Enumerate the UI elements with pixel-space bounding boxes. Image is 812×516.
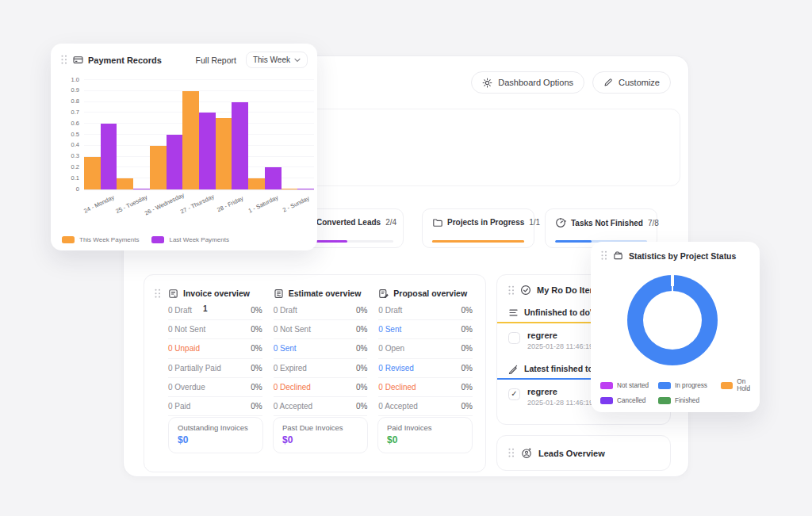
legend-swatch xyxy=(658,397,671,404)
stat-progress-fill xyxy=(432,240,524,243)
overview-row-label: 0 Draft xyxy=(274,306,297,315)
overview-column-proposal: Proposal overview0 Draft0%0 Sent0%0 Open… xyxy=(378,285,473,416)
overview-column-header: Invoice overview xyxy=(168,285,262,301)
customize-label: Customize xyxy=(619,78,660,87)
estimate-icon xyxy=(274,289,284,299)
chart-y-axis: 00.10.20.30.40.50.60.70.80.91.0 xyxy=(57,80,79,189)
bar xyxy=(265,167,282,189)
bar xyxy=(133,189,150,190)
overview-row-value: 0% xyxy=(462,402,473,411)
drag-handle-icon[interactable] xyxy=(508,448,515,458)
chevron-down-icon xyxy=(294,58,301,63)
overview-row-value: 0% xyxy=(462,364,473,373)
y-tick-label: 0.3 xyxy=(71,152,79,159)
overview-row-label: 0 Sent xyxy=(378,325,401,334)
overview-row-label: 0 Not Sent xyxy=(168,325,205,334)
invoice-icon xyxy=(168,289,178,299)
todo-checkbox[interactable] xyxy=(508,332,520,344)
overview-column-invoice: Invoice overview10 Draft0%0 Not Sent0%0 … xyxy=(168,285,262,416)
project-status-donut-chart xyxy=(627,275,718,365)
overview-row-value: 0% xyxy=(356,325,367,334)
overview-row[interactable]: 0 Declined0% xyxy=(378,378,473,397)
overview-row[interactable]: 0 Revised0% xyxy=(378,359,473,378)
overview-columns: Invoice overview10 Draft0%0 Not Sent0%0 … xyxy=(168,285,473,416)
invoice-summaries: Outstanding Invoices$0Past Due Invoices$… xyxy=(168,417,473,453)
overview-column-header: Proposal overview xyxy=(378,285,473,301)
project-status-card: Statistics by Project Status Not started… xyxy=(591,242,760,412)
summary-value: $0 xyxy=(282,434,358,445)
overview-row[interactable]: 0 Draft0% xyxy=(274,301,368,320)
chart-x-axis: 24 - Monday25 - Tuesday26 - Wednesday27 … xyxy=(84,193,314,222)
y-tick-label: 0.6 xyxy=(71,120,79,127)
overview-row[interactable]: 0 Draft0% xyxy=(378,301,473,320)
overview-row[interactable]: 0 Sent0% xyxy=(378,320,473,339)
overview-row[interactable]: 0 Unpaid0% xyxy=(168,339,262,358)
overview-row-value: 0% xyxy=(356,402,367,411)
overview-row-value: 0% xyxy=(462,325,473,334)
overview-row-label: 0 Overdue xyxy=(168,383,205,392)
stat-card-projects[interactable]: Projects in Progress1/1 xyxy=(422,208,534,248)
projects-icon xyxy=(432,217,442,227)
todo-checkbox[interactable]: ✓ xyxy=(508,388,520,400)
header-actions: Dashboard Options Customize xyxy=(471,71,671,94)
overview-row[interactable]: 0 Declined0% xyxy=(274,378,368,397)
overview-row-value: 0% xyxy=(251,325,262,334)
overview-row[interactable]: 0 Sent0% xyxy=(274,339,368,358)
legend-item: On Hold xyxy=(721,378,760,392)
overview-column-title: Invoice overview xyxy=(183,289,250,298)
legend-label: On Hold xyxy=(737,378,760,392)
chart-legend: This Week PaymentsLast Week Payments xyxy=(62,236,229,243)
drag-handle-icon[interactable] xyxy=(61,55,67,65)
y-tick-label: 0.9 xyxy=(71,86,79,94)
full-report-link[interactable]: Full Report xyxy=(196,55,236,65)
overview-row-label: 0 Not Sent xyxy=(274,325,311,334)
summary-box: Past Due Invoices$0 xyxy=(273,417,368,453)
legend-swatch xyxy=(151,236,164,243)
bar xyxy=(182,91,199,189)
project-status-title: Statistics by Project Status xyxy=(629,251,736,261)
overview-row-value: 0% xyxy=(462,344,473,353)
y-tick-label: 0.2 xyxy=(71,163,79,170)
payment-card-icon xyxy=(73,55,83,65)
overview-column-estimate: Estimate overview0 Draft0%0 Not Sent0%0 … xyxy=(274,285,368,416)
stat-label: Converted Leads xyxy=(316,218,381,227)
overview-row[interactable]: 0 Paid0% xyxy=(168,397,262,416)
overview-row[interactable]: 0 Overdue0% xyxy=(168,378,262,397)
legend-swatch xyxy=(721,382,733,389)
overview-row-value: 0% xyxy=(356,344,367,353)
overview-row[interactable]: 0 Partially Paid0% xyxy=(168,359,262,378)
bar xyxy=(232,102,248,189)
overview-row-label: 0 Draft xyxy=(378,306,402,315)
drag-handle-icon[interactable] xyxy=(601,250,607,261)
dashboard-page: Dashboard Options Customize Converted Le… xyxy=(0,0,812,516)
bar xyxy=(248,178,265,189)
overview-row-label: 0 Declined xyxy=(378,383,416,392)
overview-row[interactable]: 0 Accepted0% xyxy=(378,397,473,416)
overview-row[interactable]: 0 Accepted0% xyxy=(274,397,368,416)
overview-row-value: 0% xyxy=(251,402,262,411)
stat-label: Projects in Progress xyxy=(447,218,524,227)
drag-handle-icon[interactable] xyxy=(155,289,161,299)
overview-row[interactable]: 0 Draft0% xyxy=(168,301,262,320)
overview-row[interactable]: 0 Expired0% xyxy=(274,359,368,378)
overview-row-value: 0% xyxy=(356,306,367,315)
drag-handle-icon[interactable] xyxy=(508,285,515,296)
overview-row-value: 0% xyxy=(251,344,262,353)
legend-swatch xyxy=(600,397,613,404)
stat-value: 7/8 xyxy=(648,219,659,227)
bar xyxy=(199,113,216,189)
dashboard-options-button[interactable]: Dashboard Options xyxy=(471,71,584,94)
customize-button[interactable]: Customize xyxy=(592,71,671,94)
overview-row[interactable]: 0 Open0% xyxy=(378,339,473,358)
bar xyxy=(297,189,314,190)
legend-item: Last Week Payments xyxy=(151,236,228,243)
overview-row[interactable]: 0 Not Sent0% xyxy=(274,320,368,339)
stat-label: Tasks Not Finished xyxy=(571,219,643,227)
overview-row-value: 0% xyxy=(251,383,262,392)
overview-row-value: 0% xyxy=(356,364,367,373)
stray-badge: 1 xyxy=(203,304,208,313)
overview-row[interactable]: 0 Not Sent0% xyxy=(168,320,262,339)
period-selector[interactable]: This Week xyxy=(246,52,308,68)
pencil-icon xyxy=(603,78,613,87)
legend-item: This Week Payments xyxy=(62,236,139,243)
